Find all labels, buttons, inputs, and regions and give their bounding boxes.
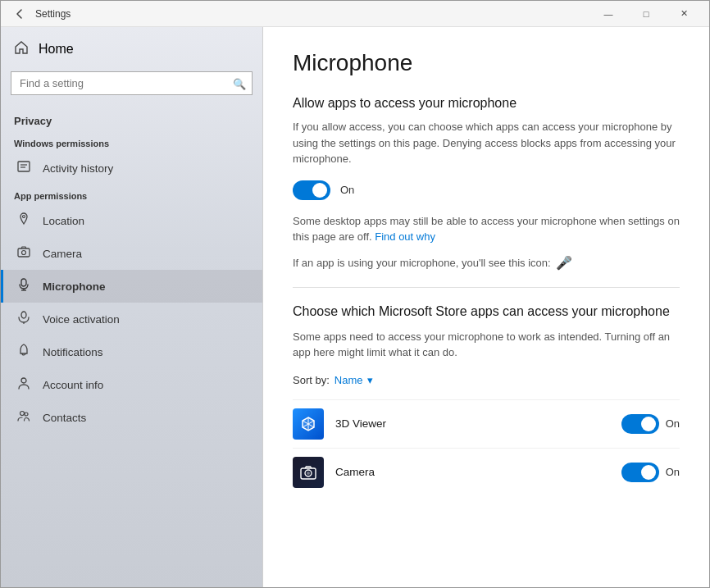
svg-point-9 xyxy=(21,312,26,318)
content-panel: Microphone Allow apps to access your mic… xyxy=(263,27,709,587)
home-icon xyxy=(14,40,29,58)
voice-activation-icon xyxy=(16,311,31,327)
app-row-camera: Camera On xyxy=(293,448,680,496)
microphone-icon xyxy=(16,278,31,294)
main-toggle-label: On xyxy=(340,184,354,196)
find-out-why-link[interactable]: Find out why xyxy=(375,230,435,243)
toggle-knob xyxy=(312,183,327,198)
svg-point-12 xyxy=(20,412,25,416)
sidebar-item-notifications[interactable]: Notifications xyxy=(1,335,262,368)
contacts-icon xyxy=(16,409,31,426)
sidebar-item-microphone[interactable]: Microphone xyxy=(1,270,262,303)
app-toggle-row-camera: On xyxy=(621,463,680,482)
microphone-small-icon: 🎤 xyxy=(556,255,572,271)
sidebar-item-home[interactable]: Home xyxy=(1,27,262,71)
sort-row[interactable]: Sort by: Name ▾ xyxy=(293,374,680,386)
sidebar-item-location[interactable]: Location xyxy=(1,204,262,237)
desktop-apps-note: Some desktop apps may still be able to a… xyxy=(293,213,680,245)
sidebar: Home 🔍 Privacy Windows permissions xyxy=(1,27,263,587)
settings-window: Settings — □ ✕ Home 🔍 xyxy=(0,0,710,588)
choose-description: Some apps need to access your microphone… xyxy=(293,329,680,361)
contacts-label: Contacts xyxy=(43,412,86,424)
location-icon xyxy=(16,212,31,229)
activity-history-icon xyxy=(16,160,31,176)
notifications-icon xyxy=(16,344,31,360)
app-toggle-camera[interactable] xyxy=(621,463,659,482)
sort-label: Sort by: xyxy=(293,374,330,386)
sidebar-item-camera[interactable]: Camera xyxy=(1,237,262,270)
account-info-label: Account info xyxy=(43,379,103,391)
divider xyxy=(293,287,680,288)
main-toggle-row: On xyxy=(293,180,680,200)
minimize-button[interactable]: — xyxy=(589,1,627,27)
app-permissions-label: App permissions xyxy=(1,185,262,204)
svg-point-11 xyxy=(21,378,26,383)
titlebar: Settings — □ ✕ xyxy=(1,1,709,27)
app-icon-3d-viewer xyxy=(293,408,324,440)
allow-section-title: Allow apps to access your microphone xyxy=(293,96,680,111)
svg-point-5 xyxy=(22,251,26,255)
notifications-label: Notifications xyxy=(43,346,103,358)
app-toggle-3d-viewer-label: On xyxy=(666,417,680,430)
search-icon: 🔍 xyxy=(233,77,246,89)
app-toggle-3d-viewer[interactable] xyxy=(621,414,659,434)
app-toggle-row-3d-viewer: On xyxy=(621,414,680,434)
main-content: Home 🔍 Privacy Windows permissions xyxy=(1,27,709,587)
sidebar-item-contacts[interactable]: Contacts xyxy=(1,401,262,434)
close-button[interactable]: ✕ xyxy=(665,1,703,27)
svg-rect-0 xyxy=(18,162,30,171)
home-label: Home xyxy=(39,42,74,57)
app-icon-camera xyxy=(293,457,324,488)
page-title: Microphone xyxy=(293,50,680,76)
app-name-3d-viewer: 3D Viewer xyxy=(335,417,610,430)
app-row-3d-viewer: 3D Viewer On xyxy=(293,399,680,448)
svg-rect-4 xyxy=(18,248,30,257)
activity-history-label: Activity history xyxy=(43,162,113,175)
back-button[interactable] xyxy=(7,2,32,26)
camera-label: Camera xyxy=(43,248,82,260)
search-input[interactable] xyxy=(11,71,253,95)
camera-icon xyxy=(16,245,31,262)
svg-rect-6 xyxy=(21,279,26,286)
search-box: 🔍 xyxy=(11,71,253,95)
voice-activation-label: Voice activation xyxy=(43,313,120,326)
sidebar-item-voice-activation[interactable]: Voice activation xyxy=(1,303,262,335)
choose-section-title: Choose which Microsoft Store apps can ac… xyxy=(293,304,680,319)
sidebar-item-activity-history[interactable]: Activity history xyxy=(1,152,262,185)
app-name-camera: Camera xyxy=(335,466,610,478)
svg-point-13 xyxy=(25,413,28,416)
allow-description: If you allow access, you can choose whic… xyxy=(293,119,680,167)
app-toggle-camera-label: On xyxy=(666,466,680,478)
icon-note: If an app is using your microphone, you'… xyxy=(293,255,680,271)
maximize-button[interactable]: □ xyxy=(627,1,665,27)
toggle-knob xyxy=(641,465,656,480)
account-info-icon xyxy=(16,376,31,393)
privacy-section-label: Privacy xyxy=(1,105,262,132)
microphone-label: Microphone xyxy=(43,280,106,293)
window-title: Settings xyxy=(35,8,71,20)
main-toggle[interactable] xyxy=(293,180,330,200)
sort-chevron-icon: ▾ xyxy=(367,374,373,386)
window-controls: — □ ✕ xyxy=(589,1,703,27)
sidebar-item-account-info[interactable]: Account info xyxy=(1,368,262,401)
toggle-knob xyxy=(641,417,656,431)
svg-point-3 xyxy=(23,216,25,218)
svg-point-16 xyxy=(307,472,310,475)
location-label: Location xyxy=(43,215,84,227)
sort-value: Name xyxy=(335,374,363,386)
windows-permissions-label: Windows permissions xyxy=(1,132,262,152)
